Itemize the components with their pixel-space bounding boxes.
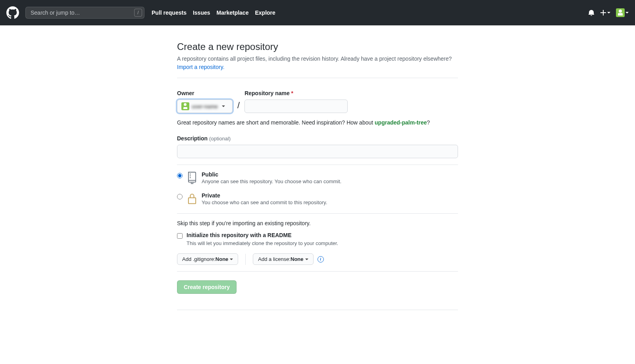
github-logo[interactable]	[6, 6, 19, 19]
repo-name-label: Repository name *	[244, 90, 348, 96]
import-repository-link[interactable]: Import a repository.	[177, 64, 225, 70]
repo-name-input[interactable]	[244, 100, 348, 113]
visibility-private-desc: You choose who can see and commit to thi…	[202, 199, 327, 205]
name-hint: Great repository names are short and mem…	[177, 119, 458, 126]
owner-and-name-row: Owner user-name / Repository name *	[177, 90, 458, 113]
hint-prefix: Great repository names are short and mem…	[177, 119, 375, 126]
nav-pull-requests[interactable]: Pull requests	[152, 10, 187, 16]
visibility-public-desc: Anyone can see this repository. You choo…	[202, 178, 341, 184]
repo-name-field: Repository name *	[244, 90, 348, 113]
user-menu[interactable]	[616, 8, 629, 17]
caret-down-icon	[222, 105, 225, 107]
description-input[interactable]	[177, 145, 458, 158]
description-optional: (optional)	[209, 136, 231, 142]
caret-down-icon	[305, 259, 308, 260]
initialize-readme-checkbox[interactable]	[177, 233, 183, 239]
nav-marketplace[interactable]: Marketplace	[217, 10, 249, 16]
visibility-public-radio[interactable]	[177, 173, 183, 178]
hint-suffix: ?	[427, 119, 430, 126]
license-value: None	[291, 256, 304, 262]
owner-select[interactable]: user-name	[177, 100, 233, 113]
main-content: Create a new repository A repository con…	[171, 41, 464, 310]
description-label-text: Description	[177, 135, 208, 142]
visibility-private-text: Private You choose who can see and commi…	[202, 192, 327, 205]
search-input[interactable]	[25, 7, 144, 19]
description-field: Description (optional)	[177, 135, 458, 158]
visibility-public-text: Public Anyone can see this repository. Y…	[202, 171, 341, 184]
gitignore-value: None	[216, 256, 229, 262]
visibility-public-option[interactable]: Public Anyone can see this repository. Y…	[177, 171, 458, 185]
license-prefix: Add a license:	[258, 256, 291, 262]
lock-icon	[187, 192, 198, 206]
caret-down-icon	[230, 259, 233, 260]
owner-avatar-icon	[181, 102, 189, 110]
notifications-icon[interactable]	[588, 10, 595, 16]
template-dropdowns: Add .gitignore: None Add a license: None…	[177, 253, 458, 265]
svg-rect-0	[190, 174, 190, 174]
divider	[177, 310, 458, 310]
caret-down-icon	[607, 12, 610, 13]
divider	[177, 271, 458, 272]
divider	[177, 165, 458, 165]
svg-rect-2	[190, 177, 190, 178]
subhead-text: A repository contains all project files,…	[177, 56, 452, 62]
user-avatar-icon	[616, 8, 625, 17]
caret-down-icon	[625, 12, 629, 13]
repo-name-label-text: Repository name	[244, 90, 290, 96]
gitignore-prefix: Add .gitignore:	[182, 256, 216, 262]
license-select[interactable]: Add a license: None	[253, 253, 313, 265]
svg-rect-3	[189, 198, 196, 204]
primary-nav: Pull requests Issues Marketplace Explore	[152, 10, 275, 16]
visibility-public-title: Public	[202, 171, 341, 178]
divider-vertical	[245, 254, 246, 265]
repo-name-suggestion[interactable]: upgraded-palm-tree	[375, 119, 427, 126]
page-title: Create a new repository	[177, 41, 458, 52]
divider	[177, 78, 458, 78]
description-label: Description (optional)	[177, 135, 231, 142]
owner-field: Owner user-name	[177, 90, 233, 113]
page-subhead: A repository contains all project files,…	[177, 55, 458, 71]
owner-repo-separator: /	[236, 100, 241, 113]
skip-import-hint: Skip this step if you’re importing an ex…	[177, 220, 458, 226]
required-indicator: *	[291, 90, 293, 96]
mark-github-icon	[6, 6, 19, 19]
plus-icon	[600, 10, 606, 16]
create-new-menu[interactable]	[600, 10, 610, 16]
global-header: / Pull requests Issues Marketplace Explo…	[0, 0, 635, 25]
repo-public-icon	[187, 171, 198, 185]
divider	[177, 213, 458, 214]
search-hotkey-hint: /	[134, 9, 142, 17]
owner-username: user-name	[192, 103, 218, 109]
visibility-private-radio[interactable]	[177, 194, 183, 199]
svg-rect-1	[190, 175, 190, 176]
global-search: /	[25, 7, 144, 19]
header-actions	[588, 8, 629, 17]
initialize-readme-desc: This will let you immediately clone the …	[187, 240, 458, 246]
owner-label: Owner	[177, 90, 233, 96]
visibility-private-title: Private	[202, 192, 327, 199]
readme-checkbox-row: Initialize this repository with a README	[177, 232, 458, 239]
visibility-section: Public Anyone can see this repository. Y…	[177, 171, 458, 206]
license-info-icon[interactable]: i	[318, 256, 324, 262]
visibility-private-option[interactable]: Private You choose who can see and commi…	[177, 192, 458, 206]
initialize-readme-label: Initialize this repository with a README	[187, 232, 291, 238]
gitignore-select[interactable]: Add .gitignore: None	[177, 253, 238, 265]
create-repository-button[interactable]: Create repository	[177, 280, 237, 294]
nav-explore[interactable]: Explore	[255, 10, 275, 16]
nav-issues[interactable]: Issues	[193, 10, 210, 16]
